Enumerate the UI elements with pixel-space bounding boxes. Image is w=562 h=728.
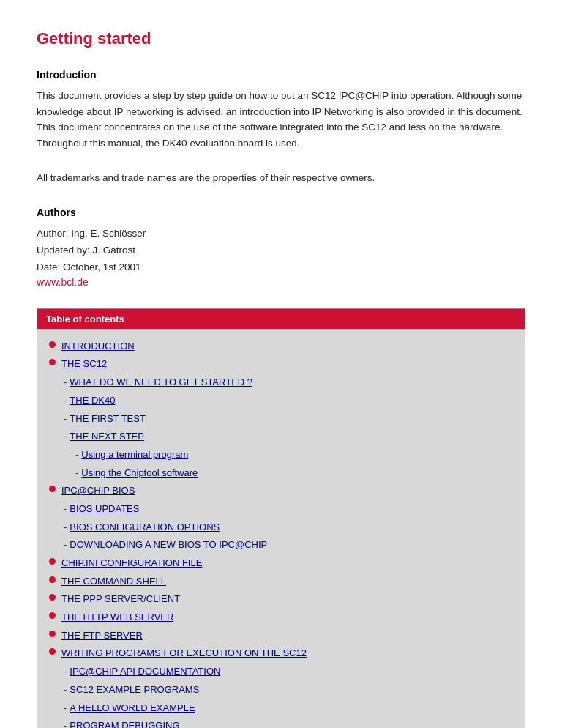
toc-link[interactable]: Using a terminal program <box>81 446 188 464</box>
toc-bullet <box>49 612 56 619</box>
toc-heading: Table of contents <box>37 309 525 329</box>
toc-bullet <box>49 341 56 348</box>
toc-link[interactable]: INTRODUCTION <box>61 338 135 356</box>
toc-item[interactable]: WRITING PROGRAMS FOR EXECUTION ON THE SC… <box>49 645 513 663</box>
toc-item[interactable]: - A HELLO WORLD EXAMPLE <box>64 699 513 718</box>
introduction-heading: Introduction <box>37 69 525 81</box>
toc-item[interactable]: - WHAT DO WE NEED TO GET STARTED ? <box>64 374 513 392</box>
intro-paragraph-2: All trademarks and trade names are the p… <box>37 170 525 186</box>
toc-item[interactable]: - Using a terminal program <box>75 446 513 464</box>
toc-item[interactable]: - IPC@CHIP API DOCUMENTATION <box>64 663 513 681</box>
toc-link[interactable]: BIOS UPDATES <box>70 500 139 519</box>
toc-link[interactable]: A HELLO WORLD EXAMPLE <box>70 699 195 718</box>
toc-dash: - <box>64 699 67 718</box>
table-of-contents: Table of contents INTRODUCTIONTHE SC12- … <box>37 308 525 728</box>
toc-link[interactable]: THE PPP SERVER/CLIENT <box>61 590 180 609</box>
toc-item[interactable]: - THE NEXT STEP <box>64 428 513 446</box>
toc-link[interactable]: THE FIRST TEST <box>70 410 146 428</box>
intro-paragraph-1: This document provides a step by step gu… <box>37 88 525 151</box>
toc-item[interactable]: - DOWNLOADING A NEW BIOS TO IPC@CHIP <box>64 536 513 554</box>
toc-link[interactable]: DOWNLOADING A NEW BIOS TO IPC@CHIP <box>70 536 267 554</box>
toc-dash: - <box>64 392 67 410</box>
toc-link[interactable]: THE NEXT STEP <box>70 428 144 446</box>
toc-link[interactable]: IPC@CHIP BIOS <box>61 482 135 500</box>
toc-item[interactable]: - SC12 EXAMPLE PROGRAMS <box>64 681 513 699</box>
toc-dash: - <box>75 446 78 464</box>
toc-link[interactable]: IPC@CHIP API DOCUMENTATION <box>70 663 220 681</box>
toc-bullet <box>49 558 56 565</box>
toc-link[interactable]: THE COMMAND SHELL <box>61 573 166 591</box>
page-title: Getting started <box>37 29 525 48</box>
author-line-2: Updated by: J. Gatrost <box>37 242 525 259</box>
toc-item[interactable]: - THE DK40 <box>64 392 513 410</box>
toc-dash: - <box>64 500 67 519</box>
toc-item[interactable]: INTRODUCTION <box>49 338 513 356</box>
toc-bullet <box>49 631 56 637</box>
toc-link[interactable]: CHIP.INI CONFIGURATION FILE <box>61 554 202 573</box>
toc-item[interactable]: THE PPP SERVER/CLIENT <box>49 590 513 609</box>
toc-link[interactable]: SC12 EXAMPLE PROGRAMS <box>70 681 199 699</box>
toc-item[interactable]: THE FTP SERVER <box>49 627 513 645</box>
toc-link[interactable]: WRITING PROGRAMS FOR EXECUTION ON THE SC… <box>61 645 307 663</box>
authors-heading: Authors <box>37 207 525 218</box>
toc-item[interactable]: - BIOS UPDATES <box>64 500 513 519</box>
toc-bullet <box>49 576 56 583</box>
toc-dash: - <box>64 519 67 537</box>
toc-link[interactable]: THE SC12 <box>61 355 107 374</box>
toc-item[interactable]: THE COMMAND SHELL <box>49 573 513 591</box>
toc-link[interactable]: THE FTP SERVER <box>61 627 143 645</box>
toc-dash: - <box>64 374 67 392</box>
toc-bullet <box>49 594 56 601</box>
toc-link[interactable]: THE HTTP WEB SERVER <box>61 609 173 627</box>
toc-dash: - <box>64 681 67 699</box>
toc-link[interactable]: THE DK40 <box>70 392 115 410</box>
toc-dash: - <box>64 717 67 728</box>
toc-dash: - <box>64 410 67 428</box>
toc-dash: - <box>64 663 67 681</box>
toc-link[interactable]: BIOS CONFIGURATION OPTIONS <box>70 519 220 537</box>
author-line-3: Date: October, 1st 2001 <box>37 259 525 276</box>
toc-item[interactable]: - BIOS CONFIGURATION OPTIONS <box>64 519 513 537</box>
toc-body: INTRODUCTIONTHE SC12- WHAT DO WE NEED TO… <box>37 329 525 728</box>
website-link[interactable]: www.bcl.de <box>37 276 89 288</box>
toc-bullet <box>49 359 56 365</box>
toc-item[interactable]: THE HTTP WEB SERVER <box>49 609 513 627</box>
toc-item[interactable]: IPC@CHIP BIOS <box>49 482 513 500</box>
toc-link[interactable]: Using the Chiptool software <box>81 464 198 483</box>
toc-dash: - <box>64 536 67 554</box>
toc-item[interactable]: CHIP.INI CONFIGURATION FILE <box>49 554 513 573</box>
toc-link[interactable]: WHAT DO WE NEED TO GET STARTED ? <box>70 374 252 392</box>
toc-bullet <box>49 648 56 655</box>
authors-section: Authors Author: Ing. E. Schlösser Update… <box>37 207 525 288</box>
toc-dash: - <box>75 464 78 483</box>
toc-dash: - <box>64 428 67 446</box>
author-line-1: Author: Ing. E. Schlösser <box>37 226 525 242</box>
toc-item[interactable]: - THE FIRST TEST <box>64 410 513 428</box>
toc-item[interactable]: THE SC12 <box>49 355 513 374</box>
toc-bullet <box>49 486 56 492</box>
toc-link[interactable]: PROGRAM DEBUGGING <box>70 717 179 728</box>
toc-item[interactable]: - PROGRAM DEBUGGING <box>64 717 513 728</box>
toc-item[interactable]: - Using the Chiptool software <box>75 464 513 483</box>
